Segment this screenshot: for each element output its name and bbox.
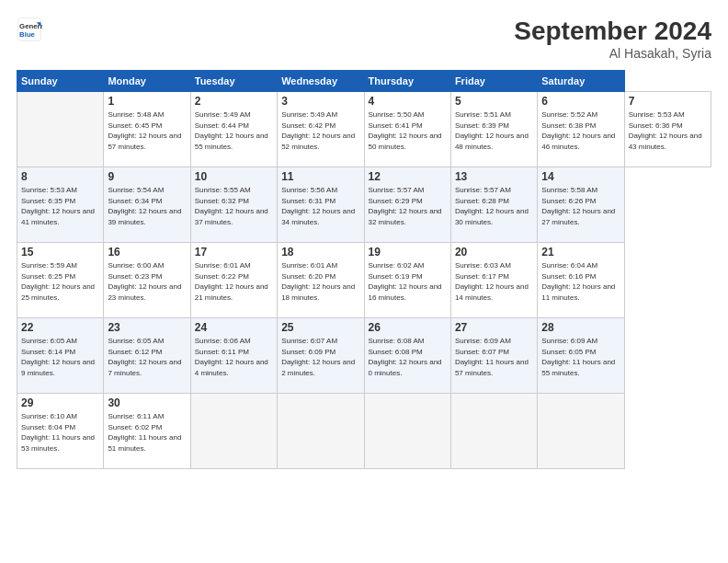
day-number: 2 [195,95,273,108]
day-info: Sunrise: 5:57 AM Sunset: 6:29 PM Dayligh… [369,185,447,227]
day-info: Sunrise: 5:57 AM Sunset: 6:28 PM Dayligh… [455,185,533,227]
calendar-cell: 1Sunrise: 5:48 AM Sunset: 6:45 PM Daylig… [104,92,190,167]
day-info: Sunrise: 6:00 AM Sunset: 6:23 PM Dayligh… [108,260,186,303]
day-info: Sunrise: 6:01 AM Sunset: 6:22 PM Dayligh… [195,260,273,303]
day-number: 28 [541,321,620,334]
logo-icon: General Blue [17,17,42,42]
day-number: 27 [455,321,533,334]
day-number: 1 [108,95,186,108]
day-number: 14 [541,170,620,183]
calendar-cell: 11Sunrise: 5:56 AM Sunset: 6:31 PM Dayli… [278,167,364,243]
weekday-header-saturday: Saturday [538,71,624,92]
day-info: Sunrise: 6:08 AM Sunset: 6:08 PM Dayligh… [369,336,447,378]
calendar-cell: 27Sunrise: 6:09 AM Sunset: 6:07 PM Dayli… [450,318,537,394]
day-info: Sunrise: 6:07 AM Sunset: 6:09 PM Dayligh… [281,336,359,378]
calendar-week-row: 8Sunrise: 5:53 AM Sunset: 6:35 PM Daylig… [17,167,711,243]
calendar-cell: 22Sunrise: 6:05 AM Sunset: 6:14 PM Dayli… [17,318,104,394]
day-number: 13 [455,170,533,183]
calendar-page: General Blue General Blue September 2024… [0,0,728,563]
calendar-cell: 14Sunrise: 5:58 AM Sunset: 6:26 PM Dayli… [538,167,624,243]
day-number: 30 [108,396,186,409]
day-number: 8 [21,170,99,183]
day-info: Sunrise: 5:49 AM Sunset: 6:42 PM Dayligh… [281,109,359,152]
header: General Blue General Blue September 2024… [17,17,711,61]
day-info: Sunrise: 6:01 AM Sunset: 6:20 PM Dayligh… [281,260,359,303]
day-info: Sunrise: 5:53 AM Sunset: 6:36 PM Dayligh… [629,109,707,152]
calendar-cell: 18Sunrise: 6:01 AM Sunset: 6:20 PM Dayli… [278,243,364,318]
day-info: Sunrise: 6:04 AM Sunset: 6:16 PM Dayligh… [541,260,620,303]
calendar-cell [278,394,364,469]
calendar-cell: 12Sunrise: 5:57 AM Sunset: 6:29 PM Dayli… [364,167,450,243]
day-number: 21 [541,246,620,259]
calendar-cell: 15Sunrise: 5:59 AM Sunset: 6:25 PM Dayli… [17,243,104,318]
calendar-cell: 2Sunrise: 5:49 AM Sunset: 6:44 PM Daylig… [190,92,277,167]
day-info: Sunrise: 6:11 AM Sunset: 6:02 PM Dayligh… [108,411,186,454]
weekday-header-row: SundayMondayTuesdayWednesdayThursdayFrid… [17,71,711,92]
day-number: 10 [195,170,273,183]
calendar-week-row: 1Sunrise: 5:48 AM Sunset: 6:45 PM Daylig… [17,92,711,167]
calendar-cell [190,394,277,469]
day-number: 4 [369,95,447,108]
day-number: 7 [629,95,707,108]
day-info: Sunrise: 5:48 AM Sunset: 6:45 PM Dayligh… [108,109,186,152]
title-block: September 2024 Al Hasakah, Syria [514,17,711,61]
day-info: Sunrise: 5:52 AM Sunset: 6:38 PM Dayligh… [541,109,620,152]
day-number: 11 [281,170,359,183]
calendar-cell: 13Sunrise: 5:57 AM Sunset: 6:28 PM Dayli… [450,167,537,243]
day-number: 9 [108,170,186,183]
calendar-cell: 26Sunrise: 6:08 AM Sunset: 6:08 PM Dayli… [364,318,450,394]
calendar-cell [538,394,624,469]
day-info: Sunrise: 5:59 AM Sunset: 6:25 PM Dayligh… [21,260,99,303]
calendar-cell: 20Sunrise: 6:03 AM Sunset: 6:17 PM Dayli… [450,243,537,318]
weekday-header-tuesday: Tuesday [190,71,277,92]
calendar-week-row: 29Sunrise: 6:10 AM Sunset: 6:04 PM Dayli… [17,394,711,469]
month-title: September 2024 [514,17,711,46]
day-info: Sunrise: 6:05 AM Sunset: 6:14 PM Dayligh… [21,336,99,378]
day-number: 15 [21,246,99,259]
calendar-cell: 10Sunrise: 5:55 AM Sunset: 6:32 PM Dayli… [190,167,277,243]
day-number: 24 [195,321,273,334]
location-subtitle: Al Hasakah, Syria [514,46,711,61]
calendar-cell [17,92,104,167]
calendar-cell: 25Sunrise: 6:07 AM Sunset: 6:09 PM Dayli… [278,318,364,394]
day-number: 6 [541,95,620,108]
weekday-header-sunday: Sunday [17,71,104,92]
day-info: Sunrise: 6:09 AM Sunset: 6:05 PM Dayligh… [541,336,620,378]
day-info: Sunrise: 5:55 AM Sunset: 6:32 PM Dayligh… [195,185,273,227]
day-info: Sunrise: 5:56 AM Sunset: 6:31 PM Dayligh… [281,185,359,227]
calendar-table: SundayMondayTuesdayWednesdayThursdayFrid… [17,70,711,469]
day-number: 18 [281,246,359,259]
calendar-cell: 16Sunrise: 6:00 AM Sunset: 6:23 PM Dayli… [104,243,190,318]
day-number: 20 [455,246,533,259]
weekday-header-friday: Friday [450,71,537,92]
day-number: 25 [281,321,359,334]
calendar-cell: 21Sunrise: 6:04 AM Sunset: 6:16 PM Dayli… [538,243,624,318]
day-info: Sunrise: 6:06 AM Sunset: 6:11 PM Dayligh… [195,336,273,378]
logo: General Blue General Blue [17,17,42,42]
day-info: Sunrise: 6:02 AM Sunset: 6:19 PM Dayligh… [369,260,447,303]
calendar-cell: 6Sunrise: 5:52 AM Sunset: 6:38 PM Daylig… [538,92,624,167]
day-number: 5 [455,95,533,108]
weekday-header-wednesday: Wednesday [278,71,364,92]
day-number: 22 [21,321,99,334]
calendar-cell: 7Sunrise: 5:53 AM Sunset: 6:36 PM Daylig… [624,92,711,167]
day-info: Sunrise: 6:03 AM Sunset: 6:17 PM Dayligh… [455,260,533,303]
calendar-cell: 23Sunrise: 6:05 AM Sunset: 6:12 PM Dayli… [104,318,190,394]
day-number: 12 [369,170,447,183]
calendar-cell [364,394,450,469]
day-info: Sunrise: 5:51 AM Sunset: 6:39 PM Dayligh… [455,109,533,152]
calendar-cell: 3Sunrise: 5:49 AM Sunset: 6:42 PM Daylig… [278,92,364,167]
day-number: 16 [108,246,186,259]
calendar-cell: 17Sunrise: 6:01 AM Sunset: 6:22 PM Dayli… [190,243,277,318]
calendar-cell: 28Sunrise: 6:09 AM Sunset: 6:05 PM Dayli… [538,318,624,394]
calendar-cell: 19Sunrise: 6:02 AM Sunset: 6:19 PM Dayli… [364,243,450,318]
day-info: Sunrise: 6:09 AM Sunset: 6:07 PM Dayligh… [455,336,533,378]
day-number: 3 [281,95,359,108]
day-info: Sunrise: 6:05 AM Sunset: 6:12 PM Dayligh… [108,336,186,378]
calendar-cell: 24Sunrise: 6:06 AM Sunset: 6:11 PM Dayli… [190,318,277,394]
day-info: Sunrise: 5:50 AM Sunset: 6:41 PM Dayligh… [369,109,447,152]
day-number: 29 [21,396,99,409]
weekday-header-thursday: Thursday [364,71,450,92]
calendar-cell: 30Sunrise: 6:11 AM Sunset: 6:02 PM Dayli… [104,394,190,469]
day-number: 26 [369,321,447,334]
